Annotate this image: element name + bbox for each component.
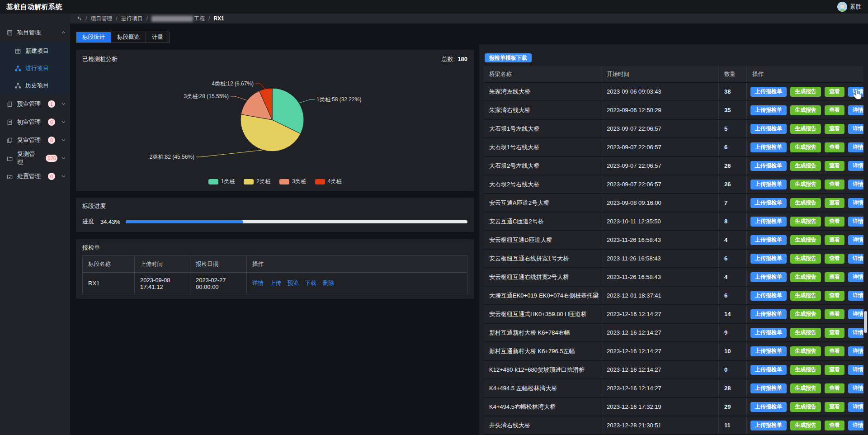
view-button[interactable]: 查看: [825, 235, 844, 245]
generate-report-button[interactable]: 生成报告: [790, 421, 821, 430]
user-area[interactable]: 景胜: [837, 2, 862, 12]
tab-measurement[interactable]: 计量: [146, 32, 169, 43]
detail-button[interactable]: 详情: [848, 198, 863, 208]
detail-button[interactable]: 详情: [848, 421, 863, 430]
generate-report-button[interactable]: 生成报告: [790, 161, 821, 171]
view-button[interactable]: 查看: [825, 105, 844, 115]
detail-button[interactable]: 详情: [848, 402, 863, 412]
generate-report-button[interactable]: 生成报告: [790, 87, 821, 97]
detail-button[interactable]: 详情: [848, 254, 863, 264]
action-link[interactable]: 预览: [288, 279, 299, 287]
view-button[interactable]: 查看: [825, 142, 844, 152]
upload-inspection-button[interactable]: 上传报检单: [750, 87, 787, 97]
view-button[interactable]: 查看: [825, 328, 844, 338]
sidebar-item-pre-review[interactable]: 预审管理 1: [0, 95, 70, 113]
generate-report-button[interactable]: 生成报告: [790, 105, 821, 115]
generate-report-button[interactable]: 生成报告: [790, 328, 821, 338]
upload-inspection-button[interactable]: 上传报检单: [750, 217, 787, 227]
detail-button[interactable]: 详情: [848, 124, 863, 134]
sidebar-item-first-review[interactable]: 初审管理 0: [0, 113, 70, 131]
view-button[interactable]: 查看: [825, 365, 844, 375]
detail-button[interactable]: 详情: [848, 87, 863, 97]
breadcrumb-item-project-management[interactable]: 项目管理: [90, 15, 112, 23]
upload-inspection-button[interactable]: 上传报检单: [750, 383, 787, 393]
tab-section-statistics[interactable]: 标段统计: [76, 32, 111, 43]
generate-report-button[interactable]: 生成报告: [790, 217, 821, 227]
detail-button[interactable]: 详情: [848, 291, 863, 301]
sidebar-item-history-project[interactable]: 历史项目: [0, 77, 70, 94]
detail-button[interactable]: 详情: [848, 105, 863, 115]
detail-button[interactable]: 详情: [848, 142, 863, 152]
back-arrow-icon[interactable]: [75, 15, 82, 22]
view-button[interactable]: 查看: [825, 254, 844, 264]
legend-item[interactable]: 3类桩: [279, 178, 306, 185]
legend-item[interactable]: 2类桩: [244, 178, 270, 185]
upload-inspection-button[interactable]: 上传报检单: [750, 180, 787, 189]
generate-report-button[interactable]: 生成报告: [790, 198, 821, 208]
sidebar-group-project-management[interactable]: 项目管理: [0, 24, 70, 42]
detail-button[interactable]: 详情: [848, 346, 863, 356]
generate-report-button[interactable]: 生成报告: [790, 402, 821, 412]
upload-inspection-button[interactable]: 上传报检单: [750, 235, 787, 245]
pie-chart-svg[interactable]: 1类桩:58 (32.22%)2类桩:82 (45.56%)3类桩:28 (15…: [82, 63, 467, 175]
upload-inspection-button[interactable]: 上传报检单: [750, 346, 787, 356]
generate-report-button[interactable]: 生成报告: [790, 365, 821, 375]
view-button[interactable]: 查看: [825, 217, 844, 227]
generate-report-button[interactable]: 生成报告: [790, 383, 821, 393]
upload-inspection-button[interactable]: 上传报检单: [750, 105, 787, 115]
view-button[interactable]: 查看: [825, 421, 844, 430]
view-button[interactable]: 查看: [825, 124, 844, 134]
upload-inspection-button[interactable]: 上传报检单: [750, 291, 787, 301]
download-template-button[interactable]: 报检单模板下载: [485, 53, 532, 62]
view-button[interactable]: 查看: [825, 272, 844, 282]
view-button[interactable]: 查看: [825, 383, 844, 393]
upload-inspection-button[interactable]: 上传报检单: [750, 272, 787, 282]
detail-button[interactable]: 详情: [848, 309, 863, 319]
upload-inspection-button[interactable]: 上传报检单: [750, 365, 787, 375]
sidebar-item-re-measure[interactable]: 复测管理 576: [0, 149, 70, 167]
generate-report-button[interactable]: 生成报告: [790, 272, 821, 282]
generate-report-button[interactable]: 生成报告: [790, 142, 821, 152]
scrollbar-thumb[interactable]: [864, 311, 867, 333]
upload-inspection-button[interactable]: 上传报检单: [750, 328, 787, 338]
view-button[interactable]: 查看: [825, 402, 844, 412]
upload-inspection-button[interactable]: 上传报检单: [750, 421, 787, 430]
action-link[interactable]: 上传: [270, 279, 281, 287]
action-link[interactable]: 下载: [305, 279, 316, 287]
upload-inspection-button[interactable]: 上传报检单: [750, 309, 787, 319]
detail-button[interactable]: 详情: [848, 328, 863, 338]
sidebar-item-disposal[interactable]: 处置管理 0: [0, 167, 70, 185]
view-button[interactable]: 查看: [825, 291, 844, 301]
generate-report-button[interactable]: 生成报告: [790, 346, 821, 356]
sidebar-item-ongoing-project[interactable]: 进行项目: [0, 60, 70, 77]
detail-button[interactable]: 详情: [848, 365, 863, 375]
view-button[interactable]: 查看: [825, 198, 844, 208]
detail-button[interactable]: 详情: [848, 272, 863, 282]
generate-report-button[interactable]: 生成报告: [790, 309, 821, 319]
legend-item[interactable]: 4类桩: [315, 178, 342, 185]
detail-button[interactable]: 详情: [848, 217, 863, 227]
breadcrumb-item-ongoing-project[interactable]: 进行项目: [121, 15, 143, 23]
view-button[interactable]: 查看: [825, 346, 844, 356]
generate-report-button[interactable]: 生成报告: [790, 235, 821, 245]
tab-section-overview[interactable]: 标段概览: [111, 32, 146, 43]
generate-report-button[interactable]: 生成报告: [790, 291, 821, 301]
upload-inspection-button[interactable]: 上传报检单: [750, 402, 787, 412]
detail-button[interactable]: 详情: [848, 161, 863, 171]
breadcrumb-item-blurred-project[interactable]: 工程: [151, 15, 205, 23]
generate-report-button[interactable]: 生成报告: [790, 180, 821, 189]
generate-report-button[interactable]: 生成报告: [790, 254, 821, 264]
view-button[interactable]: 查看: [825, 180, 844, 189]
sidebar-item-re-review[interactable]: 复审管理 8: [0, 131, 70, 149]
upload-inspection-button[interactable]: 上传报检单: [750, 124, 787, 134]
legend-item[interactable]: 1类桩: [208, 178, 235, 185]
sidebar-item-new-project[interactable]: 新建项目: [0, 43, 70, 60]
upload-inspection-button[interactable]: 上传报检单: [750, 198, 787, 208]
view-button[interactable]: 查看: [825, 87, 844, 97]
view-button[interactable]: 查看: [825, 309, 844, 319]
view-button[interactable]: 查看: [825, 161, 844, 171]
detail-button[interactable]: 详情: [848, 180, 863, 189]
upload-inspection-button[interactable]: 上传报检单: [750, 142, 787, 152]
generate-report-button[interactable]: 生成报告: [790, 124, 821, 134]
detail-button[interactable]: 详情: [848, 235, 863, 245]
